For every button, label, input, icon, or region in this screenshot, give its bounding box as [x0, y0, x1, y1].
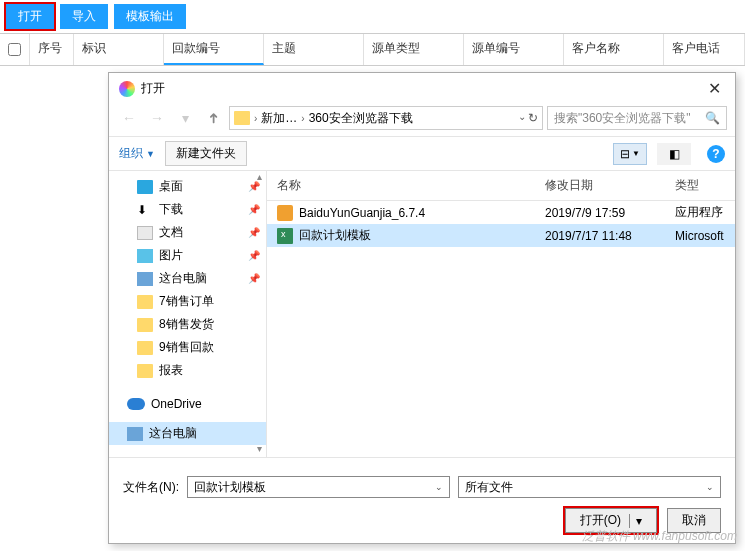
chevron-down-icon: ⌄: [706, 482, 714, 492]
tree-item-downloads[interactable]: ⬇下载📌: [109, 198, 266, 221]
tree-item-folder[interactable]: 报表: [109, 359, 266, 382]
pc-icon: [127, 427, 143, 441]
col-src-code[interactable]: 源单编号: [464, 34, 564, 65]
chevron-down-icon[interactable]: ⌄: [518, 111, 526, 125]
close-icon[interactable]: ✕: [704, 79, 725, 98]
pc-icon: [137, 272, 153, 286]
search-input[interactable]: 搜索"360安全浏览器下载" 🔍: [547, 106, 727, 130]
up-button[interactable]: ➜: [201, 106, 225, 130]
search-placeholder: 搜索"360安全浏览器下载": [554, 110, 691, 127]
tree-item-desktop[interactable]: 桌面📌: [109, 175, 266, 198]
folder-icon: [137, 318, 153, 332]
breadcrumb[interactable]: › 新加… › 360安全浏览器下载 ⌄ ↻: [229, 106, 543, 130]
col-header-date[interactable]: 修改日期: [535, 177, 665, 194]
filetype-select[interactable]: 所有文件⌄: [458, 476, 721, 498]
col-subject[interactable]: 主题: [264, 34, 364, 65]
crumb-segment[interactable]: 360安全浏览器下载: [309, 110, 413, 127]
cloud-icon: [127, 398, 145, 410]
folder-icon: [137, 295, 153, 309]
col-code[interactable]: 回款编号: [164, 34, 264, 65]
import-button[interactable]: 导入: [60, 4, 108, 29]
forward-button[interactable]: →: [145, 106, 169, 130]
excel-file-icon: [277, 228, 293, 244]
file-open-dialog: 打开 ✕ ← → ▾ ➜ › 新加… › 360安全浏览器下载 ⌄ ↻ 搜索"3…: [108, 72, 736, 544]
folder-tree: ▴ ▾ 桌面📌 ⬇下载📌 文档📌 图片📌 这台电脑📌 7销售订单 8销售发货 9…: [109, 171, 267, 457]
tree-scrollbar[interactable]: ▴ ▾: [252, 171, 266, 457]
view-preview-button[interactable]: ◧: [657, 143, 691, 165]
watermark: 泛普软件 www.fanpusoft.com: [582, 528, 737, 545]
chevron-down-icon: ⌄: [435, 482, 443, 492]
back-button[interactable]: ←: [117, 106, 141, 130]
refresh-icon[interactable]: ↻: [528, 111, 538, 125]
tree-item-folder[interactable]: 9销售回款: [109, 336, 266, 359]
search-icon: 🔍: [705, 111, 720, 125]
file-row[interactable]: BaiduYunGuanjia_6.7.4 2019/7/9 17:59 应用程…: [267, 201, 735, 224]
tree-item-this-pc[interactable]: 这台电脑: [109, 422, 266, 445]
filename-input[interactable]: 回款计划模板⌄: [187, 476, 450, 498]
desktop-icon: [137, 180, 153, 194]
tree-item-this-pc[interactable]: 这台电脑📌: [109, 267, 266, 290]
picture-icon: [137, 249, 153, 263]
address-bar-row: ← → ▾ ➜ › 新加… › 360安全浏览器下载 ⌄ ↻ 搜索"360安全浏…: [109, 104, 735, 136]
open-button[interactable]: 打开: [6, 4, 54, 29]
select-all-checkbox[interactable]: [8, 43, 21, 56]
filename-label: 文件名(N):: [123, 479, 179, 496]
crumb-segment[interactable]: 新加…: [261, 110, 297, 127]
col-src-type[interactable]: 源单类型: [364, 34, 464, 65]
chevron-down-icon: ▼: [146, 149, 155, 159]
folder-icon: [137, 364, 153, 378]
document-icon: [137, 226, 153, 240]
folder-icon: [137, 341, 153, 355]
toolbar-row: 组织 ▼ 新建文件夹 ⊟ ▼ ◧ ?: [109, 136, 735, 171]
organize-button[interactable]: 组织 ▼: [119, 145, 155, 162]
tree-item-folder[interactable]: 7销售订单: [109, 290, 266, 313]
table-header: 序号 标识 回款编号 主题 源单类型 源单编号 客户名称 客户电话: [0, 33, 745, 66]
chevron-right-icon: ›: [254, 113, 257, 124]
recent-button[interactable]: ▾: [173, 106, 197, 130]
col-header-name[interactable]: 名称: [267, 177, 535, 194]
chevron-right-icon: ›: [301, 113, 304, 124]
tree-item-folder[interactable]: 8销售发货: [109, 313, 266, 336]
dialog-titlebar: 打开 ✕: [109, 73, 735, 104]
view-details-button[interactable]: ⊟ ▼: [613, 143, 647, 165]
download-icon: ⬇: [137, 203, 153, 217]
main-toolbar: 打开 导入 模板输出: [0, 0, 745, 33]
new-folder-button[interactable]: 新建文件夹: [165, 141, 247, 166]
browser-logo-icon: [119, 81, 135, 97]
dialog-title: 打开: [141, 80, 165, 97]
tree-item-onedrive[interactable]: OneDrive: [109, 394, 266, 414]
file-row[interactable]: 回款计划模板 2019/7/17 11:48 Microsoft: [267, 224, 735, 247]
tree-item-documents[interactable]: 文档📌: [109, 221, 266, 244]
scroll-down-icon: ▾: [252, 443, 266, 457]
col-mark[interactable]: 标识: [74, 34, 164, 65]
exe-file-icon: [277, 205, 293, 221]
help-icon[interactable]: ?: [707, 145, 725, 163]
file-list-header: 名称 修改日期 类型: [267, 171, 735, 201]
folder-icon: [234, 111, 250, 125]
col-cust-name[interactable]: 客户名称: [564, 34, 664, 65]
col-seq[interactable]: 序号: [30, 34, 74, 65]
scroll-up-icon: ▴: [252, 171, 266, 185]
col-header-type[interactable]: 类型: [665, 177, 735, 194]
template-output-button[interactable]: 模板输出: [114, 4, 186, 29]
chevron-down-icon: ▾: [629, 514, 642, 528]
file-list: 名称 修改日期 类型 BaiduYunGuanjia_6.7.4 2019/7/…: [267, 171, 735, 457]
tree-item-pictures[interactable]: 图片📌: [109, 244, 266, 267]
col-cust-phone[interactable]: 客户电话: [664, 34, 745, 65]
